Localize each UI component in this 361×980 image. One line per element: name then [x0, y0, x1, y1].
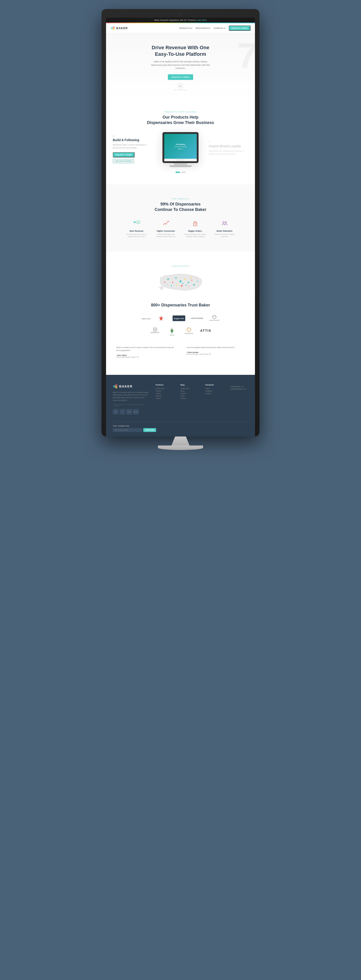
svg-point-8	[164, 223, 165, 224]
footer-facebook-title: Facebook	[205, 384, 223, 386]
svg-rect-58	[115, 387, 117, 388]
svg-marker-38	[158, 316, 163, 321]
tablet-mockup-wrapper: The Bakery Cannabis Delivery	[157, 132, 204, 167]
svg-text:Eugene OG: Eugene OG	[174, 318, 184, 320]
footer-link-support-email[interactable]: support@tryBaker.com	[230, 388, 248, 390]
footer-link-twitter[interactable]: Twitter	[205, 388, 223, 389]
svg-point-35	[182, 283, 184, 284]
footer-link-online-shop[interactable]: Online Shop	[156, 388, 174, 389]
play-button-icon[interactable]: ▶	[178, 83, 183, 88]
nav-cta-button[interactable]: REQUEST A DEMO	[229, 25, 250, 31]
monitor-stand-neck	[171, 436, 190, 445]
footer-link-discover[interactable]: Discover	[156, 395, 174, 397]
svg-point-14	[195, 224, 196, 224]
card1-demo-btn[interactable]: REQUEST A DEMO	[113, 152, 135, 158]
navbar: BAKER PRODUCTS ▾ RESOURCES ▾ COMPANY ▾ R…	[106, 23, 255, 33]
footer-link-about[interactable]: About	[180, 390, 198, 392]
tablet-dot-2	[180, 149, 181, 150]
footer-link-collect[interactable]: Collect	[156, 398, 174, 399]
tablet-dot-3	[182, 149, 182, 150]
footer-description: Baker is the leading CRM for the cannabi…	[113, 391, 149, 402]
stat-retention: Better Retention Double the number of re…	[213, 219, 236, 238]
svg-point-30	[197, 281, 198, 282]
footer-top: BAKER Baker is the leading CRM for the c…	[113, 384, 248, 415]
svg-rect-2	[113, 28, 115, 30]
footer-col-social: Facebook Twitter Instagram LinkedIn	[205, 384, 223, 415]
navbar-links: PRODUCTS ▾ RESOURCES ▾ COMPANY ▾ REQUEST…	[179, 25, 250, 31]
nav-company[interactable]: COMPANY ▾	[214, 27, 225, 29]
retention-icon	[220, 219, 229, 228]
stat-conversion: Higher Conversion Targeted campaigns rai…	[155, 219, 177, 238]
footer-link-linkedin[interactable]: LinkedIn	[205, 393, 223, 394]
footer-products-title: Products	[156, 384, 174, 386]
badge-1: CO	[113, 409, 119, 415]
hero-cta-button[interactable]: REQUEST A DEMO	[168, 74, 193, 80]
footer-col-company: Blog Testimonials About Careers Press Co…	[180, 384, 198, 415]
dockside-logo: dockside cannabis	[208, 314, 221, 322]
stat-revenue: $ More Revenue Top clients generate up t…	[125, 219, 148, 238]
nav-resources[interactable]: RESOURCES ▾	[196, 27, 210, 29]
footer-email-input[interactable]	[113, 428, 142, 432]
svg-point-29	[190, 277, 192, 278]
svg-point-15	[222, 222, 224, 223]
svg-point-11	[168, 221, 169, 222]
product-card-1: 1 Build A Following Effortlessly collect…	[113, 135, 152, 164]
footer-link-info-email[interactable]: info@tryBaker.com	[230, 386, 248, 387]
testimonial-2-title: General Manager, Native Roots CO	[186, 353, 245, 355]
hero-video-btn[interactable]: ▶	[115, 83, 246, 88]
client-attis: ATTIS	[200, 327, 212, 335]
svg-text:LIGHTSHADE: LIGHTSHADE	[191, 318, 203, 319]
announcement-link[interactable]: Learn More	[196, 19, 207, 21]
clients-count: 800+ Dispensaries Trust Baker	[113, 303, 248, 307]
svg-text:dockside cannabis: dockside cannabis	[209, 320, 219, 321]
results-section: THE RESULTS 99% Of Dispensaries Continue…	[106, 184, 255, 251]
footer-link-testimonials[interactable]: Testimonials	[180, 388, 198, 389]
attis-logo: ATTIS	[200, 327, 212, 335]
results-section-label: THE RESULTS	[113, 198, 248, 200]
testimonial-1-text: "Baker is intuitive and so easy to expla…	[116, 346, 175, 352]
svg-point-19	[175, 277, 177, 279]
footer-link-loyalty[interactable]: Loyalty	[156, 393, 174, 394]
carousel-dot-1[interactable]	[176, 172, 180, 173]
footer-link-checkin[interactable]: Checkin	[156, 390, 174, 392]
carousel-controls	[113, 172, 248, 173]
conversion-icon	[162, 219, 170, 228]
carousel-dot-2[interactable]	[181, 172, 186, 173]
tablet-stand	[174, 163, 187, 165]
testimonials: "Baker is intuitive and so easy to expla…	[113, 343, 248, 361]
hero-section: 7 Drive Revenue With One Easy-To-Use Pla…	[106, 33, 255, 100]
products-section-label: PRODUCTS FOR SUCCESS	[113, 111, 248, 113]
svg-point-16	[225, 222, 226, 223]
client-logos-row-2: MEDICINE MAN ajoya	[113, 326, 248, 336]
footer-stay-connected-label: STAY CONNECTED	[113, 425, 156, 427]
footer-link-press[interactable]: Press	[180, 395, 198, 397]
products-section: PRODUCTS FOR SUCCESS Our Products Help D…	[106, 100, 255, 184]
usa-map-svg	[156, 269, 205, 298]
stat-orders: Bigger Orders Increase average order siz…	[184, 219, 206, 238]
badge-colorado: Colorado	[126, 409, 132, 415]
hero-video-label: SEE THE PINNACLE	[115, 89, 246, 91]
footer-link-careers[interactable]: Careers	[180, 393, 198, 394]
nav-products[interactable]: PRODUCTS ▾	[179, 27, 192, 29]
badge-2: ✓	[120, 409, 125, 415]
baker-logo-icon	[111, 26, 115, 30]
svg-point-25	[176, 285, 178, 286]
tablet-app-name: The Bakery	[174, 143, 187, 145]
monitor-wrapper: Baker Expands Integrations with 30+ Part…	[101, 9, 260, 450]
usa-map	[156, 269, 205, 298]
svg-rect-56	[113, 385, 115, 387]
footer-link-contact[interactable]: Contact	[180, 398, 198, 399]
svg-point-18	[172, 282, 173, 283]
medicine-man-logo: MEDICINE MAN	[149, 327, 162, 335]
svg-point-24	[193, 284, 195, 286]
testimonial-1-title: Marketing Manager, Eugene OG	[116, 356, 175, 358]
footer-col-products: Products Online Shop Checkin Loyalty Dis…	[156, 384, 174, 415]
footer-logo-icon	[113, 384, 118, 389]
footer-subscribe-button[interactable]: SUBSCRIBE	[143, 428, 156, 432]
svg-rect-57	[115, 384, 117, 387]
client-dockside: dockside cannabis	[208, 314, 221, 323]
svg-point-49	[187, 328, 191, 331]
footer-link-instagram[interactable]: Instagram	[205, 390, 223, 392]
card1-platform-btn[interactable]: SEE OUR PLATFORM	[113, 159, 134, 163]
monitor-screen: Baker Expands Integrations with 30+ Part…	[106, 18, 255, 436]
